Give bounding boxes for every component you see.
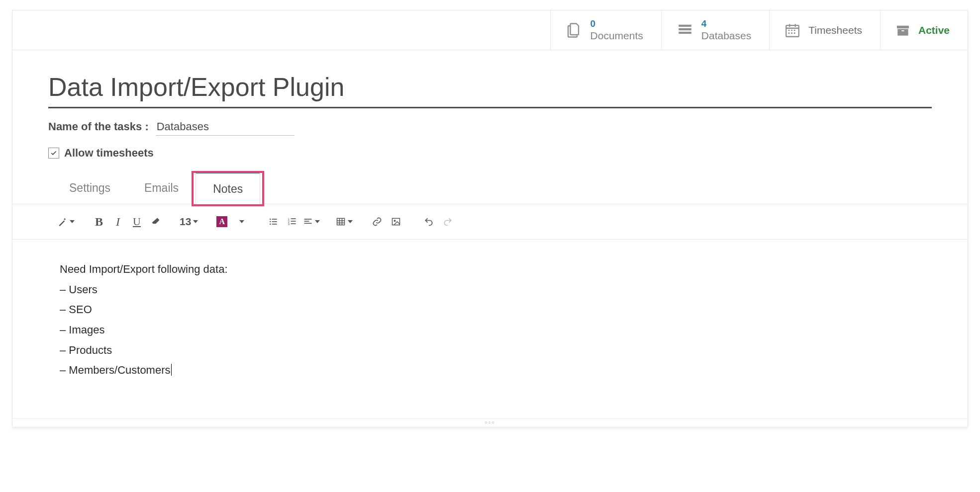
notes-line-text: – Members/Customers	[60, 364, 171, 376]
topbar-spacer	[12, 10, 550, 50]
archive-icon	[894, 22, 911, 38]
notes-line: – Products	[60, 340, 920, 361]
stat-documents[interactable]: 0 Documents	[550, 10, 661, 50]
link-button[interactable]	[368, 213, 386, 230]
stat-databases-label: Databases	[701, 29, 751, 42]
font-size-value: 13	[180, 216, 191, 228]
stat-timesheets[interactable]: Timesheets	[769, 10, 880, 50]
svg-rect-23	[392, 218, 400, 225]
svg-rect-5	[897, 29, 908, 35]
svg-rect-8	[272, 219, 277, 220]
editor-toolbar: B I U 13	[12, 204, 968, 240]
font-color-swatch: A	[216, 216, 227, 227]
record-card: 0 Documents 4 Databases	[12, 10, 968, 427]
font-color-button[interactable]: A	[213, 213, 231, 230]
tab-label: Emails	[144, 181, 179, 194]
calendar-icon	[784, 22, 801, 39]
documents-icon	[565, 21, 584, 39]
svg-rect-21	[304, 223, 312, 224]
tab-emails[interactable]: Emails	[127, 172, 196, 204]
editor: B I U 13	[12, 204, 968, 427]
svg-rect-19	[304, 219, 312, 220]
paragraph-align-button[interactable]	[302, 213, 320, 230]
eraser-button[interactable]	[147, 213, 165, 230]
tab-notes[interactable]: Notes	[196, 172, 260, 204]
editor-content[interactable]: Need Import/Export following data: – Use…	[12, 240, 968, 418]
resize-handle[interactable]: ≡≡≡	[12, 418, 968, 427]
databases-icon	[676, 22, 694, 39]
svg-rect-2	[679, 31, 691, 33]
stat-status[interactable]: Active	[880, 10, 968, 50]
table-button[interactable]	[335, 213, 353, 230]
svg-rect-18	[291, 223, 296, 224]
title-input[interactable]	[48, 65, 932, 108]
svg-rect-10	[272, 221, 277, 222]
svg-rect-20	[304, 221, 309, 222]
svg-rect-3	[786, 25, 799, 37]
stat-timesheets-label: Timesheets	[808, 24, 862, 36]
italic-button[interactable]: I	[109, 213, 127, 230]
svg-point-24	[394, 220, 396, 222]
tab-label: Settings	[69, 181, 110, 194]
allow-timesheets-label: Allow timesheets	[64, 147, 154, 160]
stat-documents-label: Documents	[590, 29, 643, 42]
task-name-input[interactable]	[156, 119, 294, 136]
ordered-list-button[interactable]: 123	[284, 213, 301, 230]
unordered-list-button[interactable]	[265, 213, 283, 230]
font-size-button[interactable]: 13	[180, 213, 198, 230]
stat-databases-count: 4	[701, 18, 751, 30]
svg-rect-1	[679, 28, 691, 30]
svg-point-11	[270, 224, 271, 225]
svg-rect-6	[901, 30, 904, 31]
text-cursor	[171, 364, 172, 376]
svg-point-7	[270, 219, 271, 220]
magic-wand-button[interactable]	[57, 213, 75, 230]
record-body: Name of the tasks : Allow timesheets Set…	[12, 50, 968, 427]
notes-line: – Members/Customers	[60, 360, 920, 381]
notes-heading: Need Import/Export following data:	[60, 259, 920, 280]
notes-line: – Images	[60, 320, 920, 340]
svg-text:3: 3	[288, 223, 290, 226]
allow-timesheets-checkbox[interactable]	[48, 148, 59, 159]
svg-rect-0	[679, 24, 691, 26]
undo-button[interactable]	[420, 213, 438, 230]
svg-rect-12	[272, 224, 277, 225]
redo-button[interactable]	[439, 213, 457, 230]
notes-line: – SEO	[60, 300, 920, 320]
tab-settings[interactable]: Settings	[52, 172, 127, 204]
tab-label: Notes	[213, 182, 243, 195]
top-stat-bar: 0 Documents 4 Databases	[12, 10, 968, 50]
svg-rect-16	[291, 221, 296, 222]
font-color-dropdown[interactable]	[232, 213, 250, 230]
tabs: Settings Emails Notes	[48, 172, 932, 204]
notes-line: – Users	[60, 280, 920, 300]
underline-button[interactable]: U	[128, 213, 146, 230]
svg-rect-22	[337, 218, 345, 225]
svg-rect-4	[897, 25, 909, 28]
image-button[interactable]	[387, 213, 405, 230]
stat-databases[interactable]: 4 Databases	[661, 10, 769, 50]
task-field-label: Name of the tasks :	[48, 120, 149, 133]
stat-status-label: Active	[918, 24, 950, 36]
svg-point-9	[270, 221, 271, 223]
svg-rect-14	[291, 218, 296, 219]
bold-button[interactable]: B	[90, 213, 108, 230]
stat-documents-count: 0	[590, 18, 643, 30]
